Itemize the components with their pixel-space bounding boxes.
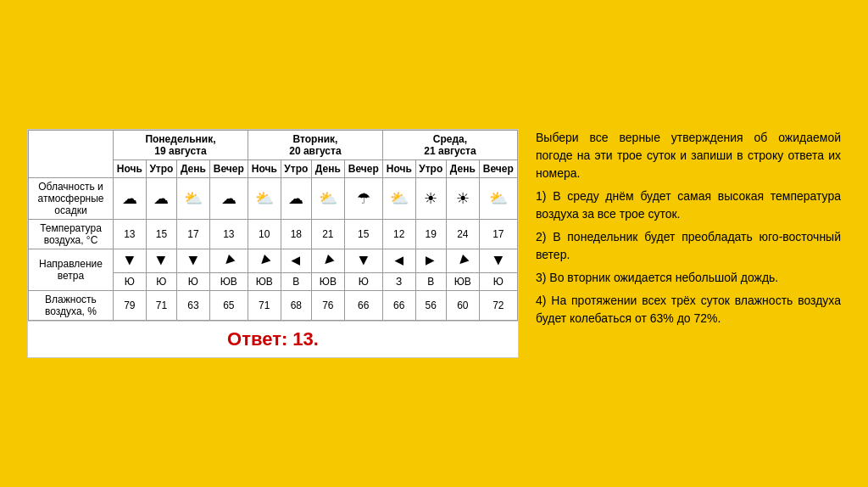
wed-evening: Вечер bbox=[479, 160, 517, 178]
wed-night-wind: З bbox=[382, 273, 415, 291]
mon-evening-cloud: ☁ bbox=[209, 178, 248, 220]
clouds-label: Облачность и атмосферные осадки bbox=[29, 178, 114, 220]
wed-night: Ночь bbox=[382, 160, 415, 178]
tue-evening-hum: 66 bbox=[344, 291, 382, 321]
wed-day-arrow: ▲ bbox=[447, 249, 480, 273]
answer-label: Ответ: 13. bbox=[227, 328, 319, 350]
monday-name: Понедельник, bbox=[145, 133, 215, 145]
tue-morning-wind: В bbox=[281, 273, 311, 291]
wed-morning-cloud: ☀ bbox=[415, 178, 446, 220]
monday-header: Понедельник, 19 августа bbox=[114, 131, 248, 160]
clouds-row: Облачность и атмосферные осадки ☁ ☁ ⛅ ☁ … bbox=[29, 178, 518, 220]
item-1: 1) В среду днём будет самая высокая темп… bbox=[536, 188, 841, 223]
mon-day-wind: Ю bbox=[177, 273, 210, 291]
mon-morning-temp: 15 bbox=[146, 220, 176, 249]
wed-morning: Утро bbox=[415, 160, 446, 178]
mon-day-hum: 63 bbox=[177, 291, 210, 321]
item-2: 2) В понедельник будет преобладать юго-в… bbox=[536, 228, 841, 264]
tue-night-temp: 10 bbox=[248, 220, 281, 249]
mon-morning-cloud: ☁ bbox=[146, 178, 176, 220]
mon-day-temp: 17 bbox=[177, 220, 210, 249]
tue-evening-cloud: ☂ bbox=[344, 178, 382, 220]
mon-day-arrow: ▲ bbox=[177, 249, 210, 273]
tue-day-temp: 21 bbox=[312, 220, 345, 249]
wed-day-wind: ЮВ bbox=[447, 273, 480, 291]
wednesday-header: Среда, 21 августа bbox=[382, 131, 517, 160]
tue-day-arrow: ▲ bbox=[312, 249, 345, 273]
main-container: Понедельник, 19 августа Вторник, 20 авгу… bbox=[27, 129, 841, 358]
wednesday-name: Среда, bbox=[433, 133, 467, 145]
mon-night-cloud: ☁ bbox=[114, 178, 147, 220]
mon-evening-arrow: ▲ bbox=[209, 249, 248, 273]
wed-evening-cloud: ⛅ bbox=[479, 178, 517, 220]
humidity-row: Влажность воздуха, % 79 71 63 65 71 68 7… bbox=[29, 291, 518, 321]
tue-night: Ночь bbox=[248, 160, 281, 178]
tue-day-wind: ЮВ bbox=[312, 273, 345, 291]
wed-evening-temp: 17 bbox=[479, 220, 517, 249]
mon-morning: Утро bbox=[146, 160, 176, 178]
wind-arrows-row: Направление ветра ▲ ▲ ▲ ▲ ▲ ▲ ▲ ▲ ▲ ▲ ▲ … bbox=[29, 249, 518, 273]
tue-morning-temp: 18 bbox=[281, 220, 311, 249]
tue-evening-temp: 15 bbox=[344, 220, 382, 249]
mon-night-wind: Ю bbox=[114, 273, 147, 291]
mon-day: День bbox=[177, 160, 210, 178]
wed-day-hum: 60 bbox=[447, 291, 480, 321]
wed-night-temp: 12 bbox=[382, 220, 415, 249]
tue-morning-cloud: ☁ bbox=[281, 178, 311, 220]
wed-morning-wind: В bbox=[415, 273, 446, 291]
wed-evening-hum: 72 bbox=[479, 291, 517, 321]
mon-evening-hum: 65 bbox=[209, 291, 248, 321]
mon-night-arrow: ▲ bbox=[114, 249, 147, 273]
weather-table: Понедельник, 19 августа Вторник, 20 авгу… bbox=[28, 130, 518, 321]
weather-table-section: Понедельник, 19 августа Вторник, 20 авгу… bbox=[27, 129, 519, 358]
mon-evening-wind: ЮВ bbox=[209, 273, 248, 291]
mon-morning-arrow: ▲ bbox=[146, 249, 176, 273]
tue-day-cloud: ⛅ bbox=[312, 178, 345, 220]
tue-morning-hum: 68 bbox=[281, 291, 311, 321]
wednesday-date: 21 августа bbox=[424, 145, 476, 157]
tue-morning: Утро bbox=[281, 160, 311, 178]
item-3: 3) Во вторник ожидается небольшой дождь. bbox=[536, 269, 841, 287]
tuesday-name: Вторник, bbox=[293, 133, 338, 145]
tue-evening: Вечер bbox=[344, 160, 382, 178]
mon-night-temp: 13 bbox=[114, 220, 147, 249]
wed-day-cloud: ☀ bbox=[447, 178, 480, 220]
tuesday-header: Вторник, 20 августа bbox=[248, 131, 382, 160]
wed-evening-wind: Ю bbox=[479, 273, 517, 291]
mon-evening-temp: 13 bbox=[209, 220, 248, 249]
mon-night-hum: 79 bbox=[114, 291, 147, 321]
temp-label: Температура воздуха, °С bbox=[29, 220, 114, 249]
wed-day: День bbox=[447, 160, 480, 178]
tue-evening-arrow: ▲ bbox=[344, 249, 382, 273]
wed-morning-arrow: ▲ bbox=[415, 249, 446, 273]
wed-evening-arrow: ▲ bbox=[479, 249, 517, 273]
tue-night-wind: ЮВ bbox=[248, 273, 281, 291]
tue-night-cloud: ⛅ bbox=[248, 178, 281, 220]
mon-day-cloud: ⛅ bbox=[177, 178, 210, 220]
wed-day-temp: 24 bbox=[447, 220, 480, 249]
description-section: Выбери все верные утверждения об ожидаем… bbox=[536, 129, 841, 333]
wed-morning-temp: 19 bbox=[415, 220, 446, 249]
tue-morning-arrow: ▲ bbox=[281, 249, 311, 273]
empty-header bbox=[29, 131, 114, 178]
wed-night-hum: 66 bbox=[382, 291, 415, 321]
mon-evening: Вечер bbox=[209, 160, 248, 178]
wed-night-cloud: ⛅ bbox=[382, 178, 415, 220]
answer-section: Ответ: 13. bbox=[28, 321, 518, 357]
wed-night-arrow: ▲ bbox=[382, 249, 415, 273]
intro-text: Выбери все верные утверждения об ожидаем… bbox=[536, 129, 841, 182]
tue-night-hum: 71 bbox=[248, 291, 281, 321]
tue-evening-wind: Ю bbox=[344, 273, 382, 291]
wind-dir-label: Направление ветра bbox=[29, 249, 114, 291]
wed-morning-hum: 56 bbox=[415, 291, 446, 321]
tue-night-arrow: ▲ bbox=[248, 249, 281, 273]
tuesday-date: 20 августа bbox=[289, 145, 341, 157]
tue-day: День bbox=[312, 160, 345, 178]
humidity-label: Влажность воздуха, % bbox=[29, 291, 114, 321]
temperature-row: Температура воздуха, °С 13 15 17 13 10 1… bbox=[29, 220, 518, 249]
mon-morning-wind: Ю bbox=[146, 273, 176, 291]
mon-morning-hum: 71 bbox=[146, 291, 176, 321]
item-4: 4) На протяжении всех трёх суток влажнос… bbox=[536, 292, 841, 327]
monday-date: 19 августа bbox=[154, 145, 206, 157]
tue-day-hum: 76 bbox=[312, 291, 345, 321]
